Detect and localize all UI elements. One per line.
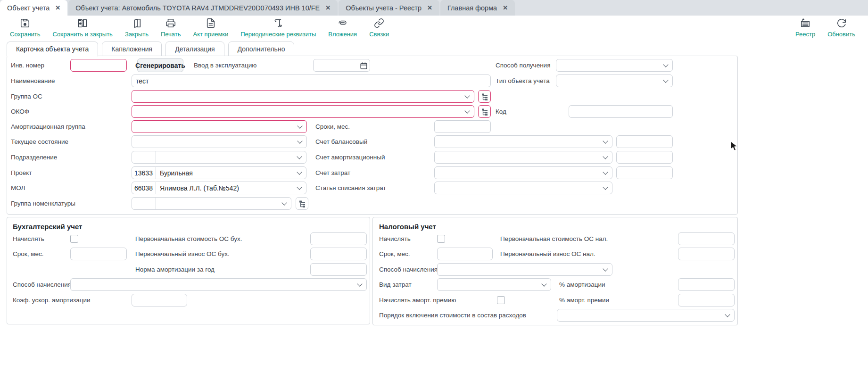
tax-method-select[interactable] <box>437 263 612 276</box>
save-button[interactable]: Сохранить <box>4 17 47 39</box>
depreciation-account-input[interactable] <box>616 151 673 164</box>
tab-object-card[interactable]: Карточка объекта учета <box>7 41 98 57</box>
writeoff-item-select[interactable] <box>434 182 612 194</box>
current-state-label: Текущее состояние <box>11 135 68 148</box>
acceptance-act-button[interactable]: Акт приемки <box>187 17 235 39</box>
tax-initial-cost-label: Первоначальная стоимость ОС нал. <box>500 232 608 245</box>
save-and-close-button[interactable]: Сохранить и закрыть <box>47 17 119 39</box>
acquisition-method-select[interactable] <box>556 59 673 72</box>
balance-account-select[interactable] <box>434 135 612 148</box>
window-tab-object[interactable]: Объект учета ✕ <box>0 0 67 16</box>
close-button[interactable]: Закрыть <box>119 17 155 39</box>
mol-select[interactable]: Ялимова Л.Л. (Таб.№542) <box>156 182 306 194</box>
terms-input[interactable] <box>434 120 491 133</box>
tax-bonus-pct-input[interactable] <box>678 294 735 306</box>
accounting-panel: Бухгалтерский учет Начислять Первоначаль… <box>7 217 370 324</box>
tax-term-input[interactable] <box>437 248 493 260</box>
os-group-select[interactable] <box>132 90 474 103</box>
acc-method-select[interactable] <box>70 278 367 291</box>
inv-number-input[interactable] <box>70 59 127 72</box>
tax-initial-wear-input[interactable] <box>678 248 735 260</box>
tree-icon <box>481 108 488 116</box>
object-type-select[interactable] <box>556 75 673 87</box>
app-window: Объект учета ✕ Объект учета: Автомобиль … <box>0 0 868 381</box>
links-button[interactable]: Связки <box>363 17 395 39</box>
close-tab-icon[interactable]: ✕ <box>55 4 60 11</box>
department-select[interactable] <box>156 151 306 164</box>
mol-code-input[interactable] <box>132 182 156 194</box>
tax-bonus-pct-label: % аморт. премии <box>559 294 609 306</box>
acc-rate-input[interactable] <box>310 263 367 276</box>
window-tab-object-toyota[interactable]: Объект учета: Автомобиль TOYOTA RAV4 JTM… <box>68 0 338 16</box>
department-code-input[interactable] <box>132 151 156 164</box>
refresh-icon <box>836 18 847 30</box>
registry-button[interactable]: Реестр <box>789 17 821 39</box>
tab-extra[interactable]: Дополнительно <box>228 41 295 56</box>
okof-select[interactable] <box>132 105 474 118</box>
paperclip-icon <box>338 18 348 30</box>
tax-depreciation-pct-input[interactable] <box>678 278 735 291</box>
nomenclature-group-label: Группа номенклатуры <box>11 197 75 210</box>
os-group-label: Группа ОС <box>11 90 42 103</box>
tax-accrue-checkbox[interactable] <box>437 235 445 243</box>
commissioning-label: Ввод в эксплуатацию <box>194 59 256 72</box>
tab-capex[interactable]: Капвложения <box>102 41 162 56</box>
window-tab-main-form[interactable]: Главная форма ✕ <box>440 0 515 16</box>
acc-term-input[interactable] <box>70 248 127 260</box>
okof-tree-button[interactable] <box>478 105 491 118</box>
project-code-input[interactable] <box>132 166 156 179</box>
tax-inclusion-order-select[interactable] <box>557 309 735 322</box>
depreciation-group-select[interactable] <box>132 120 307 133</box>
acc-term-label: Срок, мес. <box>13 248 43 260</box>
acc-initial-wear-label: Первоначальный износ ОС бух. <box>135 248 230 260</box>
close-tab-icon[interactable]: ✕ <box>503 4 508 11</box>
tax-depreciation-pct-label: % амортизации <box>559 278 605 291</box>
acc-initial-cost-input[interactable] <box>310 232 367 245</box>
nomenclature-code-input[interactable] <box>132 197 156 210</box>
tab-detail[interactable]: Детализация <box>165 41 224 56</box>
calendar-icon[interactable] <box>358 60 369 71</box>
department-label: Подразделение <box>11 151 57 164</box>
generate-button[interactable]: Сгенерировать <box>137 58 183 72</box>
tax-initial-cost-input[interactable] <box>678 232 735 245</box>
tax-bonus-accrue-checkbox[interactable] <box>497 296 505 304</box>
window-tab-label: Главная форма <box>447 4 497 12</box>
tax-inclusion-order-label: Порядок включения стоимости в состав рас… <box>379 309 526 322</box>
refresh-button[interactable]: Обновить <box>821 17 861 39</box>
cost-account-input[interactable] <box>616 166 673 179</box>
acc-initial-wear-input[interactable] <box>310 248 367 260</box>
nomenclature-tree-button[interactable] <box>296 197 308 210</box>
depreciation-account-label: Счет амортизационный <box>315 151 385 164</box>
cost-account-select[interactable] <box>434 166 612 179</box>
code-input[interactable] <box>569 105 673 118</box>
name-input[interactable] <box>132 75 491 87</box>
writeoff-item-label: Статья списания затрат <box>315 182 386 194</box>
chevron-down-icon <box>297 123 302 128</box>
tax-panel: Налоговый учет Начислять Первоначальная … <box>372 217 738 325</box>
project-select[interactable]: Бурильная <box>156 166 306 179</box>
close-tab-icon[interactable]: ✕ <box>325 4 331 11</box>
acc-initial-cost-label: Первоначальная стоимость ОС бух. <box>135 232 242 245</box>
os-group-tree-button[interactable] <box>478 90 491 103</box>
acc-coef-input[interactable] <box>132 294 187 306</box>
attachments-button[interactable]: Вложения <box>322 17 363 39</box>
depreciation-account-select[interactable] <box>434 151 612 164</box>
chevron-down-icon <box>603 169 608 174</box>
cost-account-label: Счет затрат <box>315 166 350 179</box>
object-type-label: Тип объекта учета <box>496 75 550 87</box>
tax-cost-type-label: Вид затрат <box>379 278 412 291</box>
current-state-select[interactable] <box>132 135 307 148</box>
acc-accrue-checkbox[interactable] <box>70 235 78 243</box>
acc-method-label: Способ начисления... <box>13 278 76 291</box>
chevron-down-icon <box>464 93 470 98</box>
close-tab-icon[interactable]: ✕ <box>427 4 432 11</box>
periodic-requisites-button[interactable]: Периодические реквизиты <box>234 17 322 39</box>
acc-accrue-label: Начислять <box>13 232 44 245</box>
tax-cost-type-select[interactable] <box>437 278 551 291</box>
balance-account-input[interactable] <box>616 135 673 148</box>
window-tab-label: Объект учета: Автомобиль TOYOTA RAV4 JTM… <box>75 4 320 12</box>
window-tab-registry[interactable]: Объекты учета - Реестр ✕ <box>339 0 439 16</box>
tree-icon <box>298 200 306 207</box>
print-button[interactable]: Печать <box>155 17 187 39</box>
nomenclature-group-select[interactable] <box>156 197 291 210</box>
